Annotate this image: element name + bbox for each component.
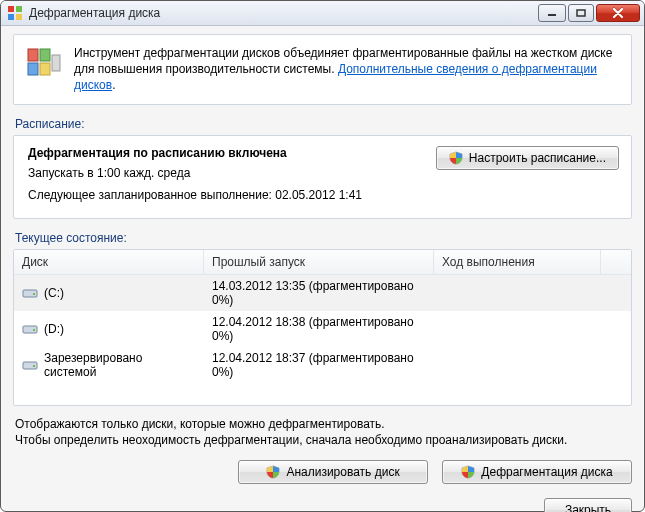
- analyze-disk-button[interactable]: Анализировать диск: [238, 460, 428, 484]
- status-label: Текущее состояние:: [15, 231, 632, 245]
- disk-name: Зарезервировано системой: [44, 351, 196, 379]
- drive-icon: [22, 358, 38, 372]
- maximize-button[interactable]: [568, 4, 594, 22]
- svg-rect-9: [40, 63, 50, 75]
- table-header: Диск Прошлый запуск Ход выполнения: [14, 250, 631, 275]
- close-dialog-button[interactable]: Закрыть: [544, 498, 632, 512]
- defragment-disk-button[interactable]: Дефрагментация диска: [442, 460, 632, 484]
- uac-shield-icon: [266, 465, 280, 479]
- disk-name: (D:): [44, 322, 64, 336]
- configure-schedule-button[interactable]: Настроить расписание...: [436, 146, 619, 170]
- schedule-run-at: Запускать в 1:00 кажд. среда: [28, 166, 436, 180]
- info-panel: Инструмент дефрагментации дисков объедин…: [13, 34, 632, 105]
- svg-rect-16: [33, 365, 35, 367]
- app-icon: [7, 5, 23, 21]
- info-text: Инструмент дефрагментации дисков объедин…: [74, 45, 619, 94]
- svg-rect-10: [52, 55, 60, 71]
- note-line-1: Отображаются только диски, которые можно…: [15, 416, 630, 432]
- svg-rect-4: [548, 14, 556, 16]
- svg-rect-1: [16, 6, 22, 12]
- svg-rect-8: [28, 63, 38, 75]
- svg-rect-14: [33, 329, 35, 331]
- close-dialog-label: Закрыть: [565, 503, 611, 512]
- disk-defragmenter-window: Дефрагментация диска: [0, 0, 645, 512]
- column-last-run[interactable]: Прошлый запуск: [204, 250, 434, 274]
- uac-shield-icon: [461, 465, 475, 479]
- status-panel: Диск Прошлый запуск Ход выполнения (C:) …: [13, 249, 632, 406]
- uac-shield-icon: [449, 151, 463, 165]
- column-spacer: [601, 250, 631, 274]
- svg-rect-5: [577, 10, 585, 16]
- action-row: Анализировать диск Дефрагментация диска: [13, 460, 632, 484]
- drive-icon: [22, 286, 38, 300]
- defragment-disk-label: Дефрагментация диска: [481, 465, 612, 479]
- disk-name: (C:): [44, 286, 64, 300]
- svg-rect-0: [8, 6, 14, 12]
- table-body: (C:) 14.03.2012 13:35 (фрагментировано 0…: [14, 275, 631, 405]
- schedule-label: Расписание:: [15, 117, 632, 131]
- svg-rect-7: [40, 49, 50, 61]
- schedule-status-title: Дефрагментация по расписанию включена: [28, 146, 436, 160]
- info-text-suffix: .: [112, 78, 115, 92]
- disk-last-run: 14.03.2012 13:35 (фрагментировано 0%): [212, 279, 426, 307]
- close-button[interactable]: [596, 4, 640, 22]
- defrag-large-icon: [26, 45, 62, 81]
- analyze-disk-label: Анализировать диск: [286, 465, 399, 479]
- column-progress[interactable]: Ход выполнения: [434, 250, 601, 274]
- minimize-button[interactable]: [538, 4, 566, 22]
- svg-rect-3: [16, 14, 22, 20]
- close-row: Закрыть: [13, 498, 632, 512]
- table-row[interactable]: (D:) 12.04.2012 18:38 (фрагментировано 0…: [14, 311, 631, 347]
- column-disk[interactable]: Диск: [14, 250, 204, 274]
- schedule-panel: Дефрагментация по расписанию включена За…: [13, 135, 632, 219]
- content-area: Инструмент дефрагментации дисков объедин…: [1, 26, 644, 512]
- configure-schedule-label: Настроить расписание...: [469, 151, 606, 165]
- svg-rect-6: [28, 49, 38, 61]
- svg-rect-2: [8, 14, 14, 20]
- note-line-2: Чтобы определить неоходимость дефрагмент…: [15, 432, 630, 448]
- table-row[interactable]: (C:) 14.03.2012 13:35 (фрагментировано 0…: [14, 275, 631, 311]
- window-controls: [536, 4, 640, 22]
- titlebar[interactable]: Дефрагментация диска: [1, 1, 644, 26]
- table-row[interactable]: Зарезервировано системой 12.04.2012 18:3…: [14, 347, 631, 383]
- disk-last-run: 12.04.2012 18:37 (фрагментировано 0%): [212, 351, 426, 379]
- schedule-next-run: Следующее запланированное выполнение: 02…: [28, 188, 619, 202]
- notes: Отображаются только диски, которые можно…: [15, 416, 630, 448]
- disk-last-run: 12.04.2012 18:38 (фрагментировано 0%): [212, 315, 426, 343]
- svg-rect-12: [33, 293, 35, 295]
- window-title: Дефрагментация диска: [29, 6, 160, 20]
- drive-icon: [22, 322, 38, 336]
